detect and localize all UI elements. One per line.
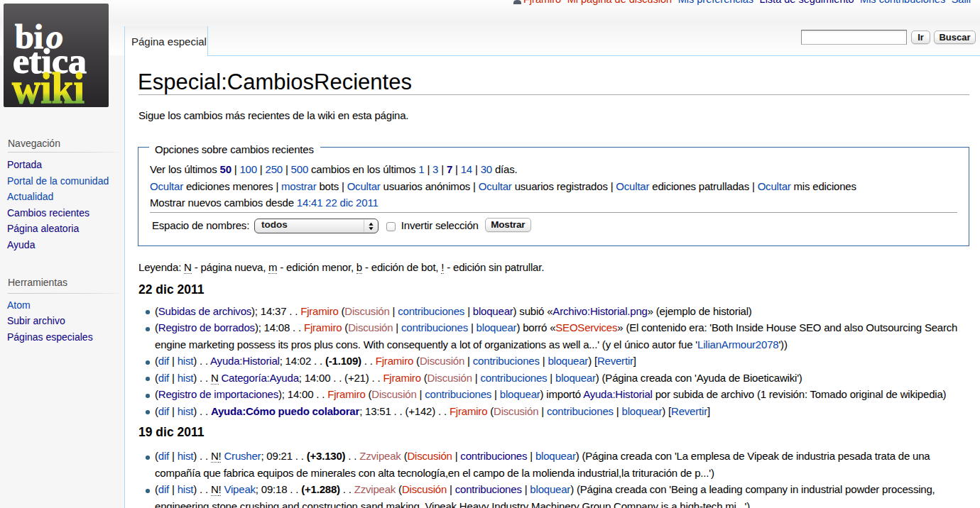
svg-text:wiki: wiki [12,64,85,108]
